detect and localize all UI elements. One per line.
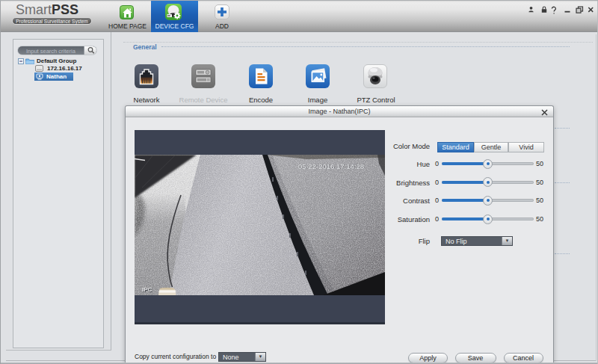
svg-text:05-22-2016 17:14:28: 05-22-2016 17:14:28	[298, 162, 364, 170]
svg-text:IPC: IPC	[142, 286, 152, 293]
